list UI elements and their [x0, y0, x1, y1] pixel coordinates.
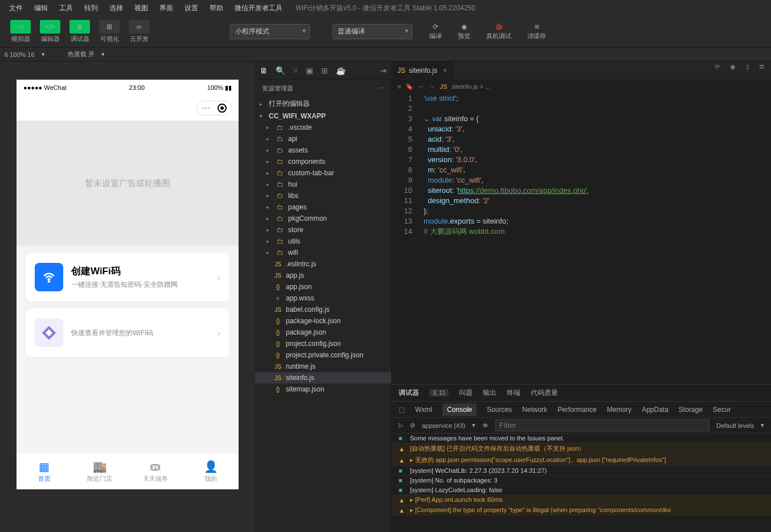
breadcrumb[interactable]: ≡ 🔖 ← → JS siteinfo.js > ... — [392, 80, 771, 93]
ext2-icon[interactable]: ⊞ — [321, 66, 328, 75]
file-app.json[interactable]: {}app.json — [255, 281, 391, 292]
folder-store[interactable]: ▸🗀store — [255, 224, 391, 236]
git-icon[interactable]: ⑂ — [293, 66, 298, 75]
scope-select[interactable]: appservice (#3) — [422, 422, 465, 429]
file-tab-siteinfo[interactable]: JS siteinfo.js × — [392, 61, 453, 80]
devtools-memory[interactable]: Memory — [607, 406, 631, 414]
dbg-tab-debugger[interactable]: 调试器 — [399, 388, 419, 398]
folder-components[interactable]: ▸🗀components — [255, 156, 391, 167]
file-runtime.js[interactable]: JSruntime.js — [255, 361, 391, 372]
dbg-tab-problems[interactable]: 问题 — [459, 388, 473, 398]
file-app.wxss[interactable]: ≡app.wxss — [255, 292, 391, 304]
collapse-icon[interactable]: ⇥ — [380, 66, 387, 75]
device-icon[interactable]: ▯ — [746, 63, 749, 71]
visualize-button[interactable]: ⊞可视化 — [96, 19, 123, 44]
dbg-tab-quality[interactable]: 代码质量 — [531, 388, 558, 398]
file-sitemap.json[interactable]: {}sitemap.json — [255, 383, 391, 395]
inspect-icon[interactable]: ⬚ — [399, 406, 405, 414]
file-project.private.config.json[interactable]: {}project.private.config.json — [255, 349, 391, 361]
eye-icon[interactable]: 👁 — [482, 422, 489, 429]
capsule-menu[interactable]: ••• — [196, 101, 232, 116]
menu-转到[interactable]: 转到 — [80, 1, 102, 15]
folder-wifi[interactable]: ▸🗀wifi — [255, 247, 391, 258]
clear-icon[interactable]: ⊘ — [410, 422, 415, 429]
code-area[interactable]: 'use strict'; ⌄ var siteinfo = { uniacid… — [419, 93, 771, 384]
file-babel.config.js[interactable]: JSbabel.config.js — [255, 304, 391, 315]
wifi-icon — [35, 263, 63, 291]
files-icon[interactable]: 🗎 — [260, 66, 268, 75]
tab-coupon[interactable]: 🎟天天领券 — [128, 453, 183, 489]
filter-input[interactable] — [495, 419, 710, 431]
scale-label[interactable]: 6 100% 16 — [5, 51, 35, 58]
file-.eslintrc.js[interactable]: JS.eslintrc.js — [255, 258, 391, 270]
search-icon[interactable]: 🔍 — [276, 66, 285, 75]
editor-button[interactable]: </>编辑器 — [36, 19, 64, 44]
file-project.config.json[interactable]: {}project.config.json — [255, 338, 391, 349]
create-wifi-card[interactable]: 创建WiFi码 一键连接·无需告知密码·安全防蹭网 › — [26, 253, 229, 302]
folder-api[interactable]: ▸🗀api — [255, 133, 391, 145]
close-icon[interactable]: × — [443, 67, 447, 75]
refresh-icon[interactable]: ⟳ — [715, 63, 720, 71]
back-icon[interactable]: ← — [418, 83, 424, 90]
debugger-button[interactable]: ≣调试器 — [66, 19, 93, 44]
tab-nearby[interactable]: 🏬附近门店 — [72, 453, 128, 489]
menu-视图[interactable]: 视图 — [130, 1, 153, 15]
devtools-console[interactable]: Console — [442, 403, 477, 416]
more-icon[interactable]: ••• — [202, 104, 211, 112]
menu-界面[interactable]: 界面 — [155, 1, 178, 15]
forward-icon[interactable]: → — [429, 83, 435, 90]
bookmark-icon[interactable]: 🔖 — [405, 83, 413, 90]
devtools-wxml[interactable]: Wxml — [415, 406, 432, 414]
menu-工具[interactable]: 工具 — [55, 1, 77, 15]
tab-mine[interactable]: 👤我的 — [183, 453, 239, 489]
devtools-performance[interactable]: Performance — [557, 406, 597, 414]
compile-mode-select[interactable]: 普通编译 — [333, 24, 412, 39]
ext-icon[interactable]: ▣ — [306, 66, 313, 75]
open-editors-section[interactable]: ▸打开的编辑器 — [255, 97, 391, 110]
dbg-tab-output[interactable]: 输出 — [483, 388, 497, 398]
file-package-lock.json[interactable]: {}package-lock.json — [255, 315, 391, 327]
dbg-tab-terminal[interactable]: 终端 — [507, 388, 520, 398]
folder-hui[interactable]: ▸🗀hui — [255, 179, 391, 190]
devtools-security[interactable]: Secur — [713, 406, 731, 414]
play-icon[interactable]: ▷ — [399, 422, 403, 429]
project-root[interactable]: ▾CC_WIFI_WXAPP — [255, 110, 391, 122]
record-icon[interactable]: ◉ — [730, 63, 736, 71]
more-icon[interactable]: ⋯ — [378, 85, 384, 92]
menu-编辑[interactable]: 编辑 — [30, 1, 52, 15]
folder-.vscode[interactable]: ▸🗀.vscode — [255, 122, 391, 133]
menu-帮助[interactable]: 帮助 — [205, 1, 228, 15]
file-siteinfo.js[interactable]: JSsiteinfo.js — [255, 372, 391, 383]
devtools-storage[interactable]: Storage — [679, 406, 703, 414]
clear-cache-button[interactable]: ≋清缓存 — [524, 22, 549, 42]
detach-icon[interactable]: ⧉ — [760, 63, 764, 71]
list-icon[interactable]: ≡ — [397, 83, 401, 90]
file-app.js[interactable]: JSapp.js — [255, 270, 391, 281]
menu-文件[interactable]: 文件 — [5, 1, 27, 15]
real-debug-button[interactable]: 🐞真机调试 — [483, 22, 515, 42]
folder-libs[interactable]: ▸🗀libs — [255, 190, 391, 201]
hotreload-label[interactable]: 热重载 开 — [68, 50, 95, 59]
menu-选择[interactable]: 选择 — [105, 1, 128, 15]
manage-wifi-card[interactable]: 快速查看并管理您的WiFi码 › — [26, 308, 229, 357]
devtools-appdata[interactable]: AppData — [642, 406, 669, 414]
cloud-button[interactable]: ∞云开发 — [125, 19, 153, 44]
file-package.json[interactable]: {}package.json — [255, 327, 391, 338]
simulator-button[interactable]: ▭模拟器 — [7, 19, 34, 44]
preview-button[interactable]: ◉预览 — [454, 22, 474, 42]
folder-pages[interactable]: ▸🗀pages — [255, 201, 391, 213]
folder-assets[interactable]: ▸🗀assets — [255, 145, 391, 156]
folder-pkgCommon[interactable]: ▸🗀pkgCommon — [255, 213, 391, 224]
menu-设置[interactable]: 设置 — [180, 1, 203, 15]
levels-select[interactable]: Default levels — [716, 422, 754, 429]
tab-home[interactable]: ▦首页 — [17, 453, 72, 489]
folder-utils[interactable]: ▸🗀utils — [255, 236, 391, 247]
compile-button[interactable]: ⟳编译 — [426, 22, 445, 42]
close-mini-icon[interactable] — [218, 104, 227, 113]
mode-select[interactable]: 小程序模式 — [230, 24, 310, 39]
devtools-sources[interactable]: Sources — [487, 406, 512, 414]
coffee-icon[interactable]: ☕ — [336, 66, 346, 75]
devtools-network[interactable]: Network — [522, 406, 547, 414]
menu-微信开发者工具[interactable]: 微信开发者工具 — [230, 1, 287, 15]
folder-custom-tab-bar[interactable]: ▸🗀custom-tab-bar — [255, 167, 391, 179]
